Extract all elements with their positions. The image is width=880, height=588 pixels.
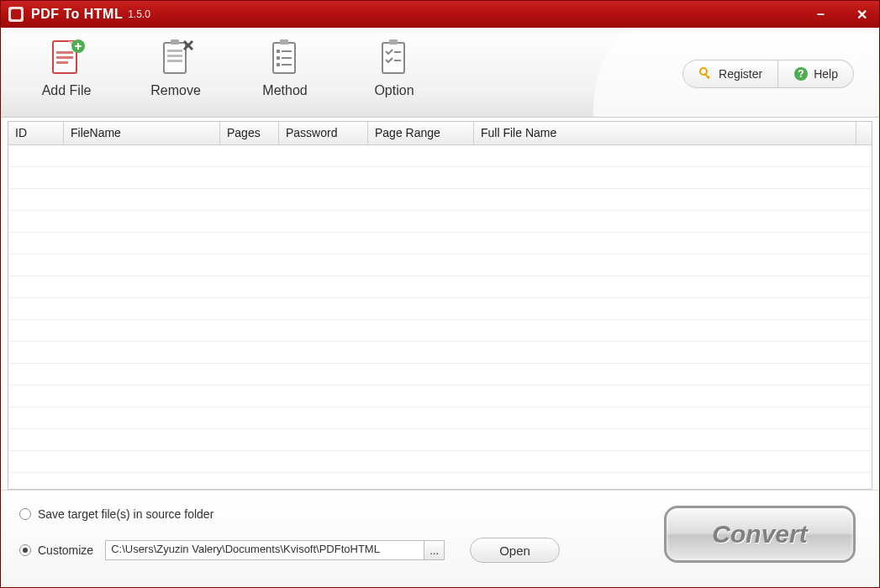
svg-rect-24 bbox=[282, 64, 292, 66]
table-row bbox=[8, 407, 872, 429]
radio-icon bbox=[19, 544, 31, 556]
minimize-button[interactable]: – bbox=[812, 7, 830, 22]
remove-label: Remove bbox=[150, 83, 201, 98]
svg-rect-4 bbox=[56, 51, 73, 54]
method-icon bbox=[263, 36, 307, 80]
register-label: Register bbox=[719, 67, 762, 81]
svg-rect-9 bbox=[77, 43, 79, 50]
app-version: 1.5.0 bbox=[128, 8, 150, 20]
convert-label: Convert bbox=[712, 520, 807, 549]
svg-rect-27 bbox=[394, 51, 401, 53]
col-fullfilename[interactable]: Full File Name bbox=[474, 122, 856, 144]
table-row bbox=[8, 211, 872, 233]
table-row bbox=[8, 276, 872, 298]
svg-rect-5 bbox=[56, 56, 73, 59]
table-row bbox=[8, 233, 872, 255]
svg-rect-14 bbox=[167, 60, 182, 62]
table-row bbox=[8, 167, 872, 189]
col-filename[interactable]: FileName bbox=[64, 122, 220, 144]
table-row bbox=[8, 298, 872, 320]
table-row bbox=[8, 429, 872, 451]
col-pagerange[interactable]: Page Range bbox=[368, 122, 474, 144]
key-icon bbox=[698, 66, 714, 81]
remove-icon bbox=[154, 36, 198, 80]
svg-rect-13 bbox=[167, 55, 182, 57]
output-path-input[interactable]: C:\Users\Zyuzin Valery\Documents\Kvisoft… bbox=[105, 540, 424, 560]
svg-rect-11 bbox=[171, 39, 179, 45]
svg-rect-20 bbox=[282, 50, 292, 52]
bottom-panel: Save target file(s) in source folder Cus… bbox=[1, 490, 879, 587]
customize-label: Customize bbox=[38, 543, 93, 557]
svg-rect-23 bbox=[277, 63, 280, 66]
help-button[interactable]: ? Help bbox=[778, 60, 854, 88]
open-button[interactable]: Open bbox=[470, 538, 560, 563]
option-label: Option bbox=[374, 83, 414, 98]
col-id[interactable]: ID bbox=[8, 122, 64, 144]
register-button[interactable]: Register bbox=[682, 60, 778, 88]
add-file-label: Add File bbox=[42, 83, 92, 98]
table-header: ID FileName Pages Password Page Range Fu… bbox=[8, 122, 872, 145]
add-file-button[interactable]: Add File bbox=[33, 36, 100, 98]
svg-rect-1 bbox=[11, 9, 21, 19]
titlebar[interactable]: PDF To HTML 1.5.0 – ✕ bbox=[1, 1, 879, 28]
table-row bbox=[8, 364, 872, 386]
table-row bbox=[8, 189, 872, 211]
table-body[interactable] bbox=[8, 145, 872, 489]
help-label: Help bbox=[814, 67, 838, 81]
open-label: Open bbox=[499, 543, 530, 558]
svg-rect-30 bbox=[704, 73, 710, 79]
svg-rect-6 bbox=[56, 61, 68, 64]
add-file-icon bbox=[45, 36, 88, 80]
svg-rect-18 bbox=[280, 39, 288, 45]
table-row bbox=[8, 145, 872, 167]
table-row bbox=[8, 386, 872, 407]
table-row bbox=[8, 342, 872, 364]
svg-rect-21 bbox=[277, 56, 280, 60]
col-pages[interactable]: Pages bbox=[220, 122, 279, 144]
option-button[interactable]: Option bbox=[361, 36, 428, 98]
svg-rect-25 bbox=[382, 43, 404, 73]
method-label: Method bbox=[262, 83, 307, 98]
svg-rect-12 bbox=[167, 50, 182, 52]
remove-button[interactable]: Remove bbox=[142, 36, 209, 98]
table-row bbox=[8, 451, 872, 473]
col-password[interactable]: Password bbox=[279, 122, 368, 144]
close-button[interactable]: ✕ bbox=[851, 7, 872, 23]
col-spacer bbox=[856, 122, 872, 144]
convert-button[interactable]: Convert bbox=[664, 506, 856, 563]
svg-rect-10 bbox=[164, 43, 186, 73]
option-icon bbox=[372, 36, 416, 80]
customize-radio[interactable]: Customize bbox=[19, 543, 93, 557]
radio-icon bbox=[19, 508, 31, 520]
app-window: PDF To HTML 1.5.0 – ✕ Add File Remove bbox=[0, 0, 880, 588]
svg-rect-26 bbox=[389, 39, 398, 45]
help-icon: ? bbox=[793, 66, 809, 81]
app-icon bbox=[8, 6, 24, 23]
toolbar: Add File Remove Method Option bbox=[1, 28, 879, 118]
svg-text:?: ? bbox=[798, 68, 804, 80]
save-in-source-label: Save target file(s) in source folder bbox=[38, 507, 213, 521]
app-title: PDF To HTML bbox=[31, 7, 123, 22]
table-row bbox=[8, 255, 872, 276]
method-button[interactable]: Method bbox=[251, 36, 319, 98]
svg-rect-19 bbox=[277, 50, 280, 53]
save-in-source-radio[interactable]: Save target file(s) in source folder bbox=[19, 507, 560, 521]
file-table: ID FileName Pages Password Page Range Fu… bbox=[8, 121, 872, 490]
svg-rect-22 bbox=[282, 57, 292, 59]
svg-rect-28 bbox=[394, 60, 401, 61]
browse-button[interactable]: ... bbox=[424, 540, 445, 560]
table-row bbox=[8, 320, 872, 342]
